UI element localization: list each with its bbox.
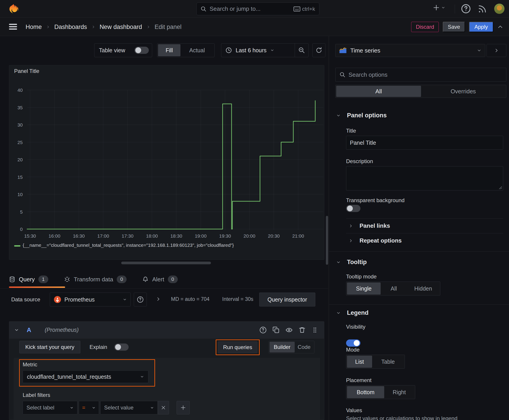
tab-query[interactable]: Query 1: [9, 276, 48, 283]
time-series-chart[interactable]: 051015202530354015:3016:0016:3017:0017:3…: [9, 74, 325, 242]
zoom-out-button[interactable]: [295, 44, 308, 57]
left-scrollbar[interactable]: [326, 216, 328, 265]
select-label-placeholder: Select label: [26, 405, 70, 411]
label-filters-label: Label filters: [23, 392, 50, 398]
duplicate-query-icon[interactable]: [273, 326, 280, 334]
delete-query-icon[interactable]: [298, 326, 306, 334]
tab-overrides[interactable]: Overrides: [421, 86, 505, 97]
fill-option[interactable]: Fill: [158, 44, 181, 56]
legend-mode-table[interactable]: Table: [372, 356, 404, 368]
description-textarea[interactable]: [346, 166, 503, 190]
metric-select[interactable]: cloudflared_tunnel_total_requests: [23, 370, 148, 383]
apply-button[interactable]: Apply: [469, 22, 493, 32]
disable-query-icon[interactable]: [285, 326, 293, 334]
query-editor-card: A (Prometheus) Kick start your query Exp…: [9, 321, 324, 420]
svg-text:35: 35: [17, 105, 23, 110]
panel-links-header[interactable]: Panel links: [349, 222, 390, 229]
collapse-query-icon[interactable]: [14, 328, 19, 332]
chevron-down-icon: [336, 260, 341, 264]
select-value-placeholder: Select value: [104, 405, 150, 411]
tooltip-mode-single[interactable]: Single: [347, 283, 381, 295]
tooltip-header[interactable]: Tooltip: [336, 259, 367, 266]
tooltip-mode-all[interactable]: All: [381, 283, 407, 295]
breadcrumb-new-dashboard[interactable]: New dashboard: [100, 23, 142, 30]
query-datasource-name: (Prometheus): [45, 327, 79, 333]
add-filter-button[interactable]: [177, 401, 190, 414]
transparent-background-toggle[interactable]: [346, 205, 360, 212]
plus-icon: [180, 405, 186, 411]
user-avatar[interactable]: [494, 4, 504, 14]
panel-options-header[interactable]: Panel options: [336, 112, 387, 119]
svg-text:15: 15: [17, 174, 23, 180]
clock-icon: [225, 47, 232, 54]
help-button[interactable]: [461, 4, 471, 14]
query-inspector-button[interactable]: Query inspector: [259, 292, 315, 307]
query-ref-id[interactable]: A: [27, 326, 31, 334]
legend-visibility-toggle[interactable]: [346, 339, 360, 347]
datasource-help-button[interactable]: [134, 292, 147, 307]
table-view-label: Table view: [99, 47, 125, 54]
transparent-background-label: Transparent background: [346, 197, 405, 203]
breadcrumb-dashboards[interactable]: Dashboards: [54, 23, 87, 30]
menu-button[interactable]: [9, 23, 17, 30]
legend-mode-list[interactable]: List: [347, 356, 372, 368]
explain-toggle[interactable]: [114, 344, 129, 351]
kick-start-button[interactable]: Kick start your query: [19, 341, 80, 353]
tab-alert-label: Alert: [152, 276, 164, 283]
refresh-button[interactable]: [312, 43, 326, 57]
legend-series-label[interactable]: {__name__="cloudflared_tunnel_total_requ…: [23, 242, 234, 248]
tab-all[interactable]: All: [336, 86, 421, 97]
select-label-dropdown[interactable]: Select label: [23, 401, 77, 414]
actual-option[interactable]: Actual: [181, 44, 214, 56]
discard-button[interactable]: Discard: [411, 22, 439, 32]
rss-icon: [478, 4, 487, 14]
chevron-right-icon: [349, 224, 353, 228]
builder-option[interactable]: Builder: [270, 342, 295, 352]
svg-text:19:00: 19:00: [195, 233, 207, 239]
expand-stats-icon[interactable]: [156, 297, 161, 301]
tab-alert[interactable]: Alert 0: [142, 276, 177, 283]
legend-header[interactable]: Legend: [336, 309, 369, 316]
datasource-picker[interactable]: Prometheus: [50, 292, 131, 307]
resize-handle-icon[interactable]: [498, 186, 502, 189]
tooltip-mode-label: Tooltip mode: [346, 273, 377, 280]
global-search[interactable]: Search or jump to... ctrl+k: [196, 2, 319, 15]
svg-text:25: 25: [17, 140, 23, 145]
toggle-viz-picker-button[interactable]: [486, 44, 506, 57]
collapse-options-icon[interactable]: [497, 24, 503, 30]
time-range-picker[interactable]: Last 6 hours: [221, 47, 295, 54]
panel-title-input[interactable]: [346, 136, 503, 150]
select-value-dropdown[interactable]: Select value: [100, 401, 158, 414]
query-row-header[interactable]: A (Prometheus): [9, 322, 324, 338]
table-view-toggle[interactable]: [134, 47, 149, 54]
grafana-logo[interactable]: [8, 3, 19, 15]
legend-placement-right[interactable]: Right: [384, 386, 414, 398]
datasource-label: Data source: [11, 296, 40, 303]
operator-dropdown[interactable]: =: [79, 401, 99, 414]
tooltip-mode-group: Single All Hidden: [346, 282, 440, 295]
search-icon: [201, 6, 206, 12]
chevron-down-icon: [150, 406, 154, 410]
panel-resize-handle[interactable]: [121, 262, 211, 264]
legend-placement-bottom[interactable]: Bottom: [347, 386, 384, 398]
panel-title[interactable]: Panel Title: [14, 68, 39, 74]
add-button[interactable]: [433, 4, 445, 11]
save-button[interactable]: Save: [443, 22, 465, 32]
code-option[interactable]: Code: [295, 342, 313, 352]
visualization-picker[interactable]: Time series: [335, 44, 485, 57]
tab-transform[interactable]: Transform data 0: [64, 276, 127, 283]
prometheus-icon: [54, 296, 61, 303]
database-icon: [9, 276, 15, 283]
tab-transform-label: Transform data: [74, 276, 113, 283]
run-queries-button[interactable]: Run queries: [218, 341, 258, 353]
breadcrumb-home[interactable]: Home: [26, 23, 42, 30]
drag-handle-icon[interactable]: [311, 327, 318, 333]
chevron-right-icon: [91, 25, 95, 29]
tooltip-mode-hidden[interactable]: Hidden: [407, 283, 440, 295]
svg-text:20:00: 20:00: [243, 233, 255, 239]
query-help-icon[interactable]: [259, 326, 267, 334]
news-button[interactable]: [478, 4, 487, 14]
repeat-options-header[interactable]: Repeat options: [349, 237, 402, 244]
remove-filter-button[interactable]: [158, 401, 169, 414]
options-search[interactable]: Search options: [335, 68, 506, 82]
